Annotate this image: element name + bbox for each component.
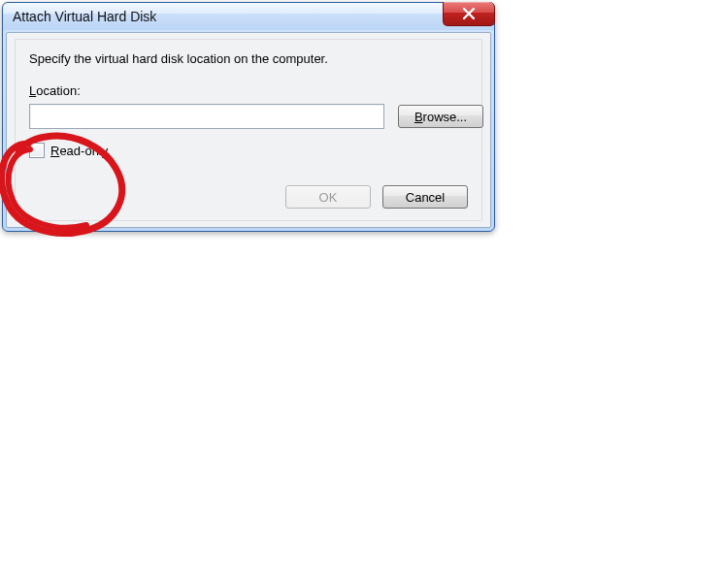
cancel-button[interactable]: Cancel [382,185,468,209]
location-row: Browse... [29,104,468,129]
instruction-text: Specify the virtual hard disk location o… [29,51,468,66]
window-title: Attach Virtual Hard Disk [13,9,488,24]
location-input[interactable] [29,104,384,129]
readonly-row: Read-only. [29,143,468,158]
browse-button[interactable]: Browse... [398,105,483,128]
titlebar: Attach Virtual Hard Disk [3,3,494,30]
client-area: Specify the virtual hard disk location o… [6,32,491,228]
readonly-checkbox[interactable] [29,143,45,158]
ok-button[interactable]: OK [285,185,371,209]
location-label: Location: [29,83,468,98]
close-icon [462,8,476,19]
dialog-buttons: OK Cancel [29,185,468,209]
attach-vhd-dialog: Attach Virtual Hard Disk Specify the vir… [2,2,495,232]
content-panel: Specify the virtual hard disk location o… [15,39,482,221]
close-button[interactable] [443,2,495,26]
readonly-label: Read-only. [50,144,111,158]
